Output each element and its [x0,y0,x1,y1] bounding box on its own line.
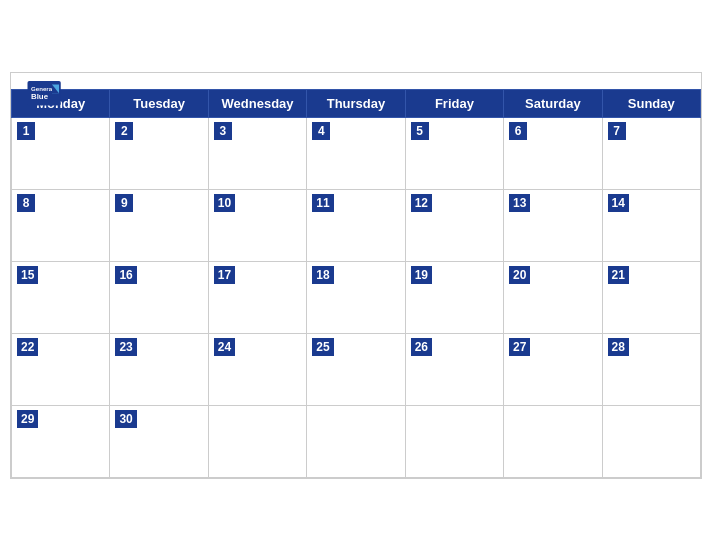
day-number-12: 12 [411,194,432,213]
day-number-18: 18 [312,266,333,285]
day-cell-3: 3 [208,117,306,189]
weekday-sunday: Sunday [602,89,700,117]
day-number-21: 21 [608,266,629,285]
day-cell-27: 27 [504,333,602,405]
day-cell-29: 29 [12,405,110,477]
day-number-27: 27 [509,338,530,357]
week-row-4: 22232425262728 [12,333,701,405]
day-cell-19: 19 [405,261,503,333]
day-cell-23: 23 [110,333,208,405]
day-cell-14: 14 [602,189,700,261]
day-cell-28: 28 [602,333,700,405]
empty-cell [208,405,306,477]
weekday-friday: Friday [405,89,503,117]
calendar-table: MondayTuesdayWednesdayThursdayFridaySatu… [11,89,701,478]
day-cell-7: 7 [602,117,700,189]
empty-cell [307,405,405,477]
day-cell-1: 1 [12,117,110,189]
weekday-header-row: MondayTuesdayWednesdayThursdayFridaySatu… [12,89,701,117]
day-cell-17: 17 [208,261,306,333]
day-cell-21: 21 [602,261,700,333]
day-cell-8: 8 [12,189,110,261]
day-number-2: 2 [115,122,133,141]
svg-text:Blue: Blue [31,92,49,101]
day-number-15: 15 [17,266,38,285]
day-number-16: 16 [115,266,136,285]
day-cell-18: 18 [307,261,405,333]
day-number-22: 22 [17,338,38,357]
day-number-20: 20 [509,266,530,285]
week-row-5: 2930 [12,405,701,477]
svg-text:General: General [31,84,54,91]
day-number-10: 10 [214,194,235,213]
logo: General Blue [27,81,63,109]
day-cell-13: 13 [504,189,602,261]
day-cell-12: 12 [405,189,503,261]
day-cell-20: 20 [504,261,602,333]
calendar: General Blue MondayTuesdayWednesdayThurs… [10,72,702,479]
day-number-25: 25 [312,338,333,357]
day-number-17: 17 [214,266,235,285]
weekday-wednesday: Wednesday [208,89,306,117]
weekday-saturday: Saturday [504,89,602,117]
day-number-6: 6 [509,122,527,141]
calendar-header: General Blue [11,73,701,89]
day-number-1: 1 [17,122,35,141]
day-number-13: 13 [509,194,530,213]
day-number-26: 26 [411,338,432,357]
day-number-30: 30 [115,410,136,429]
logo-icon: General Blue [27,81,63,109]
day-number-23: 23 [115,338,136,357]
day-cell-11: 11 [307,189,405,261]
day-number-4: 4 [312,122,330,141]
day-cell-5: 5 [405,117,503,189]
day-number-9: 9 [115,194,133,213]
day-number-3: 3 [214,122,232,141]
day-cell-9: 9 [110,189,208,261]
day-cell-24: 24 [208,333,306,405]
week-row-1: 1234567 [12,117,701,189]
empty-cell [504,405,602,477]
weekday-tuesday: Tuesday [110,89,208,117]
day-cell-2: 2 [110,117,208,189]
day-number-28: 28 [608,338,629,357]
day-number-29: 29 [17,410,38,429]
empty-cell [405,405,503,477]
day-cell-22: 22 [12,333,110,405]
day-number-8: 8 [17,194,35,213]
empty-cell [602,405,700,477]
day-cell-30: 30 [110,405,208,477]
week-row-2: 891011121314 [12,189,701,261]
day-number-5: 5 [411,122,429,141]
day-cell-15: 15 [12,261,110,333]
day-cell-10: 10 [208,189,306,261]
day-cell-25: 25 [307,333,405,405]
day-cell-6: 6 [504,117,602,189]
day-number-11: 11 [312,194,333,213]
day-cell-16: 16 [110,261,208,333]
weekday-thursday: Thursday [307,89,405,117]
day-cell-4: 4 [307,117,405,189]
week-row-3: 15161718192021 [12,261,701,333]
day-number-14: 14 [608,194,629,213]
day-cell-26: 26 [405,333,503,405]
day-number-7: 7 [608,122,626,141]
day-number-19: 19 [411,266,432,285]
day-number-24: 24 [214,338,235,357]
